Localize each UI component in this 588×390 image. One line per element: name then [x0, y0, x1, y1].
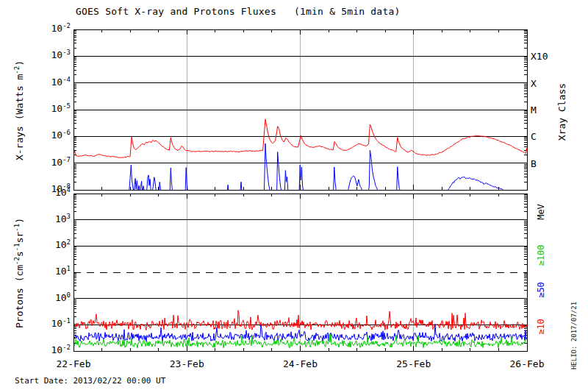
y-tick-label: 10-2 [41, 23, 71, 34]
proton-ge50-label: ≥50 [536, 282, 546, 298]
goes-flux-figure: GOES Soft X-ray and Protons Fluxes (1min… [0, 0, 588, 390]
helio-watermark: HELIO: 2017/07/21 [570, 302, 578, 369]
proton-ge100-label: ≥100 [536, 245, 546, 266]
plot-canvas [0, 0, 588, 390]
y-tick-label: 101 [41, 266, 71, 277]
xray-class-axis-title: Xray Class [556, 83, 567, 141]
xray-class-label: X [531, 78, 537, 89]
mev-axis-title: MeV [536, 204, 546, 220]
xray-class-label: M [531, 104, 537, 116]
x-tick-label: 22-Feb [44, 358, 103, 369]
y-tick-label: 10-2 [41, 344, 71, 355]
y-tick-label: 100 [41, 292, 71, 303]
x-tick-label: 26-Feb [498, 358, 556, 369]
y-tick-label: 103 [41, 213, 71, 224]
xray-class-label: B [531, 158, 537, 169]
x-tick-label: 24-Feb [271, 358, 330, 369]
y-tick-label: 10-3 [41, 49, 71, 60]
y-tick-label: 104 [41, 187, 71, 198]
y-tick-label: 10-4 [41, 77, 71, 88]
x-tick-label: 25-Feb [384, 358, 443, 369]
y-tick-label: 102 [41, 239, 71, 250]
xray-axis-title: X-rays (Watts m-2) [14, 60, 25, 160]
y-tick-label: 10-5 [41, 103, 71, 114]
y-tick-label: 10-1 [41, 318, 71, 329]
chart-title: GOES Soft X-ray and Protons Fluxes (1min… [76, 6, 400, 17]
y-tick-label: 10-7 [41, 157, 71, 168]
proton-axis-title: Protons (cm-2s-1sr-1) [14, 218, 25, 328]
xray-class-label: C [531, 131, 537, 142]
xray-class-label: X10 [531, 51, 548, 62]
proton-ge10-label: ≥10 [536, 319, 546, 335]
proton-panel-grid [74, 194, 527, 351]
y-tick-label: 10-6 [41, 130, 71, 141]
start-date-label: Start Date: 2013/02/22 00:00 UT [15, 376, 165, 386]
x-tick-label: 23-Feb [157, 358, 216, 369]
